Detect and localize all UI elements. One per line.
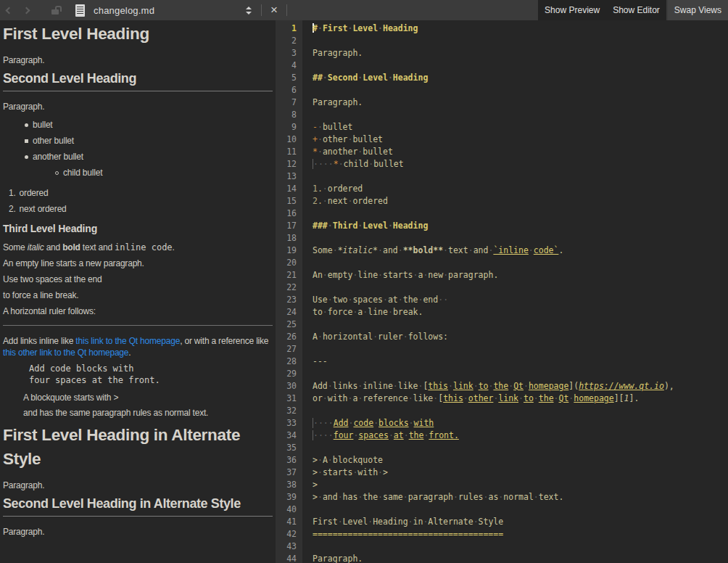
editor-line[interactable]: +·other·bullet <box>313 133 728 146</box>
markdown-source-editor[interactable]: 1234567891011121314151617181920212223242… <box>276 20 728 563</box>
editor-line[interactable]: *·another·bullet <box>313 146 728 158</box>
whitespace-dots: · <box>348 195 353 207</box>
line-number: 15 <box>276 195 302 207</box>
editor-line[interactable] <box>313 59 728 72</box>
editor-line[interactable]: ###·Third·Level·Heading <box>313 220 728 232</box>
whitespace-dots: · <box>357 491 363 504</box>
editor-line[interactable]: Paragraph. <box>313 96 728 109</box>
editor-line[interactable] <box>313 442 728 454</box>
show-editor-button[interactable]: Show Editor <box>606 0 666 20</box>
editor-line[interactable] <box>313 109 728 121</box>
preview-paragraph: Paragraph. <box>3 480 273 491</box>
editor-line[interactable] <box>313 368 728 380</box>
preview-paragraph: to force a line break. <box>3 289 273 301</box>
editor-line[interactable]: --- <box>313 356 728 368</box>
editor-line[interactable]: Paragraph. <box>313 553 728 563</box>
readonly-indicator[interactable] <box>46 1 64 19</box>
unlock-icon <box>51 9 59 15</box>
editor-line[interactable] <box>313 282 728 294</box>
editor-line[interactable] <box>313 35 728 47</box>
syntax-run: ·another·bullet <box>318 147 393 157</box>
editor-line[interactable]: to·force·a·line·break. <box>313 306 728 319</box>
editor-line[interactable]: -·bullet <box>313 121 728 133</box>
editor-line[interactable]: >·starts·with·> <box>313 467 728 479</box>
preview-link[interactable]: this other link to the Qt homepage <box>3 348 128 358</box>
preview-text-run: . <box>128 348 131 358</box>
syntax-run: - <box>313 122 318 132</box>
syntax-run: https://www.qt.io <box>579 381 664 391</box>
close-file-button[interactable]: × <box>265 1 283 19</box>
syntax-run: **bold** <box>403 245 443 255</box>
editor-line[interactable]: ····Add·code·blocks·with <box>313 417 728 430</box>
editor-line[interactable] <box>313 541 728 553</box>
editor-line[interactable]: >·and·has·the·same·paragraph·rules·as·no… <box>313 491 728 504</box>
editor-line[interactable]: > <box>313 479 728 491</box>
editor-text-area[interactable]: #·First·Level·HeadingParagraph.##·Second… <box>302 20 728 563</box>
editor-line[interactable]: ##·Second·Level·Heading <box>313 72 728 84</box>
line-number: 23 <box>276 294 302 306</box>
list-item-number: 2. <box>9 204 16 214</box>
preview-text-run: Add links inline like <box>3 336 75 346</box>
syntax-run: or·with·a·reference·like·[ <box>313 393 443 403</box>
toolbar: changelog.md × Show Preview Show Editor … <box>0 0 728 20</box>
preview-text-run: . <box>173 242 175 252</box>
back-button[interactable] <box>0 1 17 19</box>
preview-horizontal-rule <box>3 325 273 326</box>
show-preview-button[interactable]: Show Preview <box>538 0 606 20</box>
list-item-text: child bullet <box>63 168 102 178</box>
syntax-run: ), <box>664 381 674 391</box>
editor-line[interactable]: ====================================== <box>313 528 728 541</box>
editor-line[interactable]: A·horizontal·ruler·follows: <box>313 331 728 343</box>
circle-bullet-icon <box>55 171 59 175</box>
forward-button[interactable] <box>17 1 35 19</box>
whitespace-dots: · <box>348 22 353 35</box>
swap-views-button[interactable]: Swap Views <box>668 0 728 20</box>
markdown-preview-pane[interactable]: First Level HeadingParagraph.Second Leve… <box>0 20 276 563</box>
editor-line[interactable]: ····four·spaces·at·the·front. <box>313 430 728 442</box>
editor-line[interactable] <box>313 257 728 269</box>
whitespace-dots: · <box>328 380 333 393</box>
line-number: 10 <box>276 133 302 146</box>
whitespace-dots: · <box>352 306 357 319</box>
editor-line[interactable] <box>313 319 728 331</box>
editor-line[interactable]: #·First·Level·Heading <box>313 22 728 35</box>
editor-line[interactable]: Some·*italic*·and·**bold**·text·and·`inl… <box>313 244 728 257</box>
editor-line[interactable]: An·empty·line·starts·a·new·paragraph. <box>313 269 728 282</box>
preview-list-item: another bullet <box>3 149 273 165</box>
line-number: 14 <box>276 183 302 195</box>
editor-line[interactable] <box>313 504 728 516</box>
preview-list-item: 1.ordered <box>3 185 273 201</box>
preview-text-run: and <box>44 242 63 252</box>
editor-line[interactable]: 1.·ordered <box>313 183 728 195</box>
editor-line[interactable] <box>313 343 728 356</box>
whitespace-dots: · <box>357 380 363 393</box>
preview-heading: First Level Heading <box>3 22 273 46</box>
editor-line[interactable] <box>313 207 728 220</box>
whitespace-dots: · <box>338 516 343 528</box>
syntax-run: > <box>313 455 318 465</box>
syntax-run: > <box>313 480 318 490</box>
editor-line[interactable] <box>313 84 728 96</box>
preview-paragraph: Some italic and bold text and inline cod… <box>3 242 273 253</box>
line-number: 44 <box>276 553 302 563</box>
whitespace-dots: · <box>443 244 448 257</box>
editor-line[interactable]: >·A·blockquote <box>313 454 728 467</box>
editor-line[interactable]: Paragraph. <box>313 47 728 59</box>
editor-line[interactable]: 2.·next·ordered <box>313 195 728 207</box>
line-number: 29 <box>276 368 302 380</box>
file-selector-button[interactable] <box>240 1 257 19</box>
line-number: 7 <box>276 96 302 109</box>
preview-link[interactable]: this link to the Qt homepage <box>75 336 180 346</box>
editor-line[interactable] <box>313 405 728 417</box>
line-number: 4 <box>276 59 302 72</box>
syntax-run: Add·code·blocks·with <box>334 418 434 428</box>
editor-line[interactable]: or·with·a·reference·like·[this·other·lin… <box>313 393 728 405</box>
editor-line[interactable]: First·Level·Heading·in·Alternate·Style <box>313 516 728 528</box>
editor-line[interactable] <box>313 232 728 244</box>
whitespace-dots: · <box>318 454 323 467</box>
editor-line[interactable] <box>313 170 728 183</box>
editor-line[interactable]: ····*·child·bullet <box>313 158 728 170</box>
editor-line[interactable]: Add·links·inline·like·[this·link·to·the·… <box>313 380 728 393</box>
whitespace-dots: · <box>554 393 559 405</box>
editor-line[interactable]: Use·two·spaces·at·the·end·· <box>313 294 728 306</box>
